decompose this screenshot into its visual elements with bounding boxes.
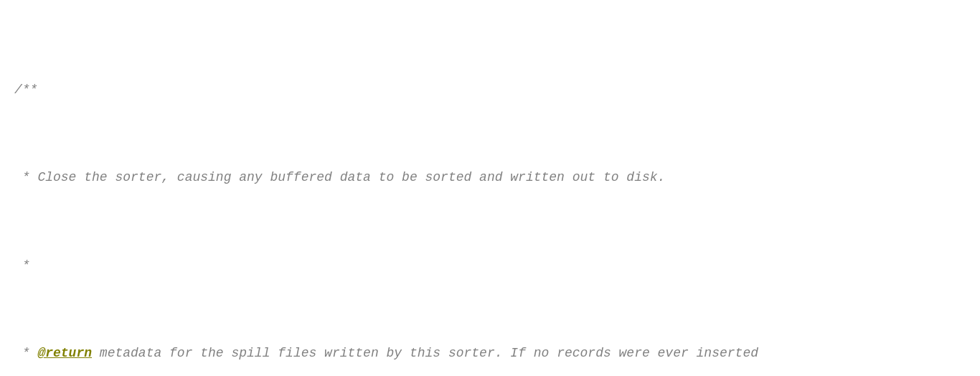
comment-text: /**	[14, 83, 37, 97]
line-1: /**	[0, 79, 980, 101]
line-3: *	[0, 255, 980, 277]
comment-text: * @return metadata for the spill files w…	[14, 346, 758, 360]
javadoc-return-tag: @return	[37, 346, 92, 360]
line-2: * Close the sorter, causing any buffered…	[0, 166, 980, 189]
code-viewer: /** * Close the sorter, causing any buff…	[0, 7, 980, 376]
line-4: * @return metadata for the spill files w…	[0, 342, 980, 365]
comment-text: *	[14, 258, 30, 273]
comment-text: * Close the sorter, causing any buffered…	[14, 170, 665, 184]
